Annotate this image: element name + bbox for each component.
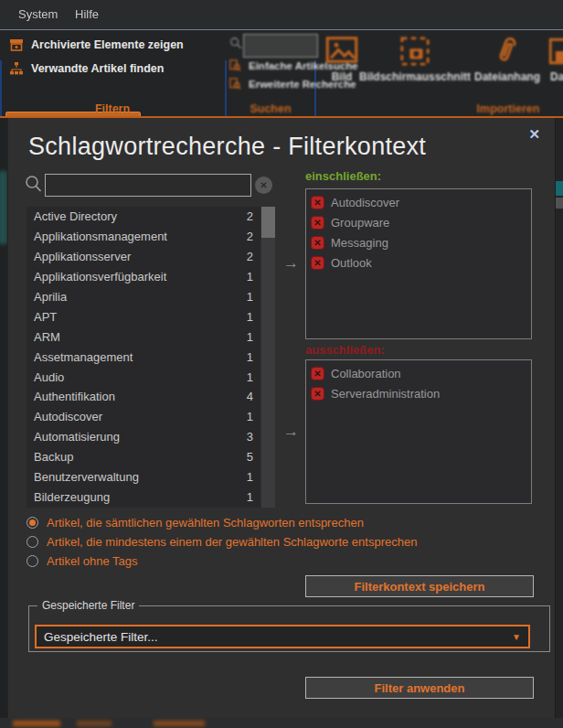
ribbon-item-datei-truncated[interactable]: Date [548,36,563,83]
dialog-title: Schlagwortrecherche - Filterkontext [28,133,426,161]
tag-row[interactable]: ARM1 [27,327,260,347]
selected-tag-label: Outlook [331,256,372,270]
ribbon-item-archived[interactable]: Archivierte Elemente zeigen [9,37,184,52]
remove-tag-icon[interactable]: ✕ [311,236,324,250]
save-filterkontext-button[interactable]: Filterkontext speichern [305,575,534,597]
radio-label: Artikel, die sämtlichen gewählten Schlag… [47,516,364,530]
tag-name: Benutzerverwaltung [34,470,139,484]
related-articles-icon [9,61,24,76]
tag-count: 1 [247,370,253,384]
exclude-box: ✕Collaboration✕Serveradministration [305,359,532,504]
ribbon-search-input[interactable] [243,34,318,58]
tag-row[interactable]: APT1 [27,306,260,327]
tag-name: ARM [34,330,60,344]
radio-button[interactable] [27,555,38,567]
tag-list: Active Directory2Applikationsmanagement2… [27,207,260,508]
saved-filters-group-label: Gespeicherte Filter [37,599,139,612]
move-to-exclude-arrow-icon: → [283,423,299,441]
remove-tag-icon[interactable]: ✕ [311,387,324,401]
tag-count: 2 [247,250,253,263]
radio-group: Artikel, die sämtlichen gewählten Schlag… [27,513,538,571]
simple-search-icon [229,59,241,71]
tag-name: Applikationsserver [34,250,131,263]
tag-count: 1 [247,310,253,324]
tag-row[interactable]: Active Directory2 [27,207,260,227]
background-right-strip [555,118,563,728]
selected-tag-row: ✕Groupware [311,212,526,232]
ribbon: Archivierte Elemente zeigen Verwandte Ar… [0,30,563,116]
tag-row[interactable]: Authentifikation4 [27,387,260,407]
ribbon-item-label: Dateianhang [474,70,540,83]
radio-button[interactable] [27,536,38,548]
radio-option[interactable]: Artikel, die mindestens einem der gewähl… [27,532,538,551]
radio-label: Artikel, die mindestens einem der gewähl… [47,535,417,549]
tag-row[interactable]: Autodiscover1 [27,407,260,427]
menu-hilfe[interactable]: Hilfe [75,7,99,21]
ribbon-item-bildschirmausschnitt[interactable]: Bildschirmausschnitt [364,36,466,83]
tag-list-scrollbar[interactable] [261,207,275,508]
background-artifact [0,171,7,244]
tag-row[interactable]: Aprilia1 [27,287,260,307]
tag-count: 1 [247,350,253,364]
remove-tag-icon[interactable]: ✕ [311,196,324,209]
tag-count: 4 [247,390,253,403]
radio-option[interactable]: Artikel ohne Tags [27,551,538,571]
tag-count: 1 [247,330,253,344]
background-artifact [556,198,563,209]
tag-search-input[interactable] [45,174,251,197]
clear-search-icon[interactable]: ✕ [255,177,272,194]
remove-tag-icon[interactable]: ✕ [311,256,324,270]
tag-name: Authentifikation [34,390,115,403]
tag-count: 1 [247,270,253,284]
tag-count: 1 [247,490,253,504]
tag-name: Audio [34,370,64,384]
menu-bar: System Hilfe [0,0,563,29]
tag-name: Active Directory [34,209,117,223]
tag-count: 3 [247,430,253,444]
remove-tag-icon[interactable]: ✕ [311,367,324,380]
background-artifact [77,721,112,726]
ribbon-group-filtern: Archivierte Elemente zeigen Verwandte Ar… [0,30,225,116]
selected-tag-label: Collaboration [331,367,401,380]
tag-name: Applikationsmanagement [34,230,167,243]
filterkontext-dialog: ✕ Schlagwortrecherche - Filterkontext ✕ … [7,118,556,718]
tag-row[interactable]: Bilderzeugung1 [27,487,260,507]
tag-name: Automatisierung [34,430,120,444]
tag-row[interactable]: Benutzerverwaltung1 [27,467,260,487]
tag-name: Applikationsverfügbarkeit [34,270,166,284]
include-label: einschließen: [305,169,381,183]
ribbon-item-dateianhang[interactable]: Dateianhang [470,36,545,83]
selected-tag-row: ✕Serveradministration [311,383,526,403]
close-icon[interactable]: ✕ [528,126,540,143]
tag-row[interactable]: Applikationsmanagement2 [27,227,260,247]
radio-option[interactable]: Artikel, die sämtlichen gewählten Schlag… [27,513,538,532]
tag-row[interactable]: Applikationsverfügbarkeit1 [27,267,260,287]
remove-tag-icon[interactable]: ✕ [311,216,324,230]
ribbon-item-bild[interactable]: Bild [322,36,362,83]
scrollbar-thumb[interactable] [261,207,275,238]
background-artifact [13,721,60,726]
selected-tag-row: ✕Messaging [311,232,526,252]
ribbon-item-related[interactable]: Verwandte Artikel finden [9,61,164,76]
saved-filters-dropdown[interactable]: Gespeicherte Filter... ▼ [35,625,530,648]
tag-row[interactable]: Audio1 [27,367,260,387]
radio-button[interactable] [27,517,38,529]
tag-name: Aprilia [34,290,67,304]
ribbon-group-caption-suchen: Suchen [227,102,314,115]
ribbon-group-caption-filtern: Filtern [0,102,225,115]
tag-row[interactable]: Automatisierung3 [27,427,260,447]
selected-tag-row: ✕Outlook [311,252,526,273]
tag-row[interactable]: Assetmanagement1 [27,347,260,367]
tag-name: APT [34,310,57,324]
background-artifact [556,181,563,196]
selected-tag-row: ✕Autodiscover [311,192,526,212]
ribbon-group-caption-importieren: Importieren [453,102,563,115]
ribbon-group-importieren: Bild Bildschirmausschnitt Dateianhang Da… [316,30,563,116]
menu-system[interactable]: System [18,7,58,21]
ribbon-item-label: Bild [332,70,353,83]
tag-row[interactable]: Applikationsserver2 [27,247,260,267]
screenshot-icon [399,36,430,67]
image-icon [325,36,358,67]
tag-row[interactable]: Backup5 [27,447,260,467]
apply-filter-button[interactable]: Filter anwenden [305,677,534,699]
